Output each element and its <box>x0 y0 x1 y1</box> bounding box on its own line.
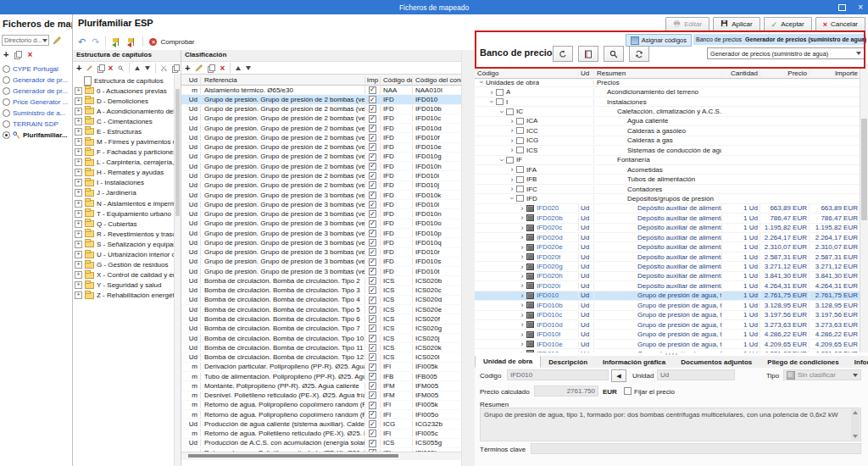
header-button[interactable]: × Cancelar <box>815 17 865 31</box>
tree-row[interactable]: › Unidades de obra Precios <box>475 78 860 87</box>
chevron-icon[interactable]: › <box>487 89 496 96</box>
detail-tab[interactable]: Documentos adjuntos <box>673 357 760 368</box>
imp-checkbox[interactable] <box>369 335 376 342</box>
radio-icon[interactable] <box>3 98 10 106</box>
imp-checkbox[interactable] <box>369 105 376 113</box>
detail-tab[interactable]: Información gráfica <box>595 357 673 368</box>
chapter-tree-item[interactable]: + H - Remates y ayudas <box>73 168 181 178</box>
radio-icon[interactable] <box>3 87 10 95</box>
mapping-file-item[interactable]: Generador de pr... <box>0 75 72 86</box>
segment-bank[interactable]: Banco de precios <box>696 36 742 42</box>
expand-icon[interactable]: + <box>75 200 82 208</box>
expand-icon[interactable]: + <box>75 148 82 156</box>
tree-row[interactable]: › IFD010f Ud Grupo de presión de agua, t… <box>475 330 860 339</box>
table-row[interactable]: Ud Producción de A.C.S. con acumulación … <box>181 439 461 448</box>
expand-icon[interactable]: + <box>75 87 82 95</box>
table-row[interactable]: Ud Grupo de presión. Grupo de presión de… <box>181 143 461 153</box>
search-button[interactable] <box>604 46 624 62</box>
table-row[interactable]: Ud Grupo de presión. Grupo de presión de… <box>181 162 461 171</box>
imp-checkbox[interactable] <box>369 220 376 228</box>
close-icon[interactable]: × <box>858 3 863 12</box>
expand-icon[interactable]: + <box>75 210 82 218</box>
chapter-tree-item[interactable]: + X - Control de calidad y ensayos <box>73 270 181 280</box>
codigo-field[interactable]: IFD010 <box>507 369 609 380</box>
tree-row[interactable]: › IFD020h Ud Depósito auxiliar de alimen… <box>475 272 860 281</box>
table-row[interactable]: Ud Bomba de circulación. Bomba de circul… <box>181 276 461 286</box>
expand-icon[interactable]: + <box>75 220 82 228</box>
imp-checkbox[interactable] <box>369 239 376 247</box>
radio-icon[interactable] <box>3 109 10 117</box>
table-row[interactable]: Ud Bomba de circulación. Bomba de circul… <box>181 325 461 334</box>
table-row[interactable]: Ud Grupo de presión. Grupo de presión de… <box>181 133 461 142</box>
table-row[interactable]: Ud Grupo de presión. Grupo de presión de… <box>181 153 461 162</box>
table-row[interactable]: Ud Grupo de presión. Grupo de presión de… <box>181 191 461 200</box>
imp-checkbox[interactable] <box>369 344 376 352</box>
table-row[interactable]: Ud Grupo de presión. Grupo de presión de… <box>181 267 461 276</box>
expand-icon[interactable]: + <box>75 169 82 176</box>
imp-checkbox[interactable] <box>369 248 376 256</box>
chapter-tree-item[interactable]: + Z - Rehabilitación energética <box>73 291 181 301</box>
detail-tab[interactable]: Descripción <box>541 357 595 368</box>
tree-row[interactable]: › IFD010 Ud Grupo de presión de agua, ti… <box>475 291 860 301</box>
tree-row[interactable]: › IFD020g Ud Depósito auxiliar de alimen… <box>475 262 860 271</box>
radio-icon[interactable] <box>3 65 10 73</box>
chapters-scrollbar[interactable] <box>174 74 181 466</box>
chevron-icon[interactable]: › <box>518 205 526 212</box>
tree-row[interactable]: › IFD Depósitos/grupos de presión <box>475 194 860 203</box>
tree-row[interactable]: › IFB Tubos de alimentación <box>475 175 860 184</box>
table-row[interactable]: Ud Bomba de circulación. Bomba de circul… <box>181 305 461 314</box>
update-button[interactable] <box>553 46 573 62</box>
refresh-button[interactable] <box>629 46 649 62</box>
chapter-tree-item[interactable]: + Y - Seguridad y salud <box>73 280 181 291</box>
mapping-file-item[interactable]: Plurifamiliar... <box>0 130 72 141</box>
table-row[interactable]: m Retorno de agua. Polietileno reticulad… <box>181 430 461 439</box>
imp-checkbox[interactable] <box>369 373 376 380</box>
expand-icon[interactable]: + <box>75 281 82 289</box>
bank-scrollbar[interactable] <box>860 68 868 352</box>
comprobar-button[interactable]: × Comprobar <box>149 38 194 46</box>
mapping-file-item[interactable]: TERRAIN SDP <box>0 119 72 130</box>
chapter-tree-item[interactable]: + I - Instalaciones <box>73 178 181 188</box>
tree-row[interactable]: › ICA Agua caliente <box>475 117 860 126</box>
delete-icon[interactable]: × <box>220 64 225 72</box>
chapter-tree-item[interactable]: + D - Demoliciones <box>73 96 181 106</box>
expand-icon[interactable]: + <box>75 261 82 269</box>
imp-checkbox[interactable] <box>369 411 376 419</box>
chevron-icon[interactable]: › <box>508 118 516 125</box>
add-icon[interactable]: + <box>76 64 81 72</box>
tree-row[interactable]: › IFD010c Ud Grupo de presión de agua, t… <box>475 311 860 320</box>
imp-checkbox[interactable] <box>369 382 376 390</box>
chevron-icon[interactable]: › <box>478 79 485 86</box>
tree-row[interactable]: › ICS Sistemas de conducción de agua <box>475 146 860 155</box>
table-row[interactable]: m Desnivel. Polietileno reticulado (PE-X… <box>181 391 461 401</box>
expand-icon[interactable]: + <box>75 251 82 258</box>
pencil-icon[interactable] <box>53 36 61 45</box>
tree-row[interactable]: › I Instalaciones <box>475 97 860 107</box>
header-button[interactable]: ✓ Aceptar <box>764 17 812 31</box>
tree-row[interactable]: › IFD020f Ud Depósito auxiliar de alimen… <box>475 252 860 262</box>
imp-checkbox[interactable] <box>369 286 376 294</box>
imp-checkbox[interactable] <box>369 325 376 332</box>
tree-row[interactable]: › IFD020i Ud Depósito auxiliar de alimen… <box>475 281 860 291</box>
copy-icon[interactable] <box>14 51 21 58</box>
table-row[interactable]: Ud Grupo de presión. Grupo de presión de… <box>181 95 461 104</box>
imp-checkbox[interactable] <box>369 191 376 199</box>
tree-row[interactable]: › A Acondicionamiento del terreno <box>475 87 860 97</box>
chevron-icon[interactable]: › <box>518 282 526 289</box>
add-icon[interactable]: + <box>185 64 190 72</box>
chevron-icon[interactable]: › <box>518 302 526 308</box>
imp-checkbox[interactable] <box>369 163 376 170</box>
imp-checkbox[interactable] <box>369 306 376 313</box>
move-down-icon[interactable] <box>145 66 150 70</box>
pencil-icon[interactable] <box>86 64 92 72</box>
tree-row[interactable]: › IFA Acometidas <box>475 165 860 175</box>
chevron-icon[interactable]: › <box>518 273 526 280</box>
table-row[interactable]: Ud Grupo de presión. Grupo de presión de… <box>181 171 461 180</box>
chevron-icon[interactable]: › <box>518 264 526 270</box>
chapter-tree-item[interactable]: + Q - Cubiertas <box>73 219 181 229</box>
imp-checkbox[interactable] <box>369 201 376 208</box>
move-up-icon[interactable] <box>135 66 140 70</box>
chevron-icon[interactable]: › <box>508 147 516 153</box>
tree-row[interactable]: › IF Fontanería <box>475 156 860 165</box>
expand-icon[interactable]: + <box>75 158 82 166</box>
